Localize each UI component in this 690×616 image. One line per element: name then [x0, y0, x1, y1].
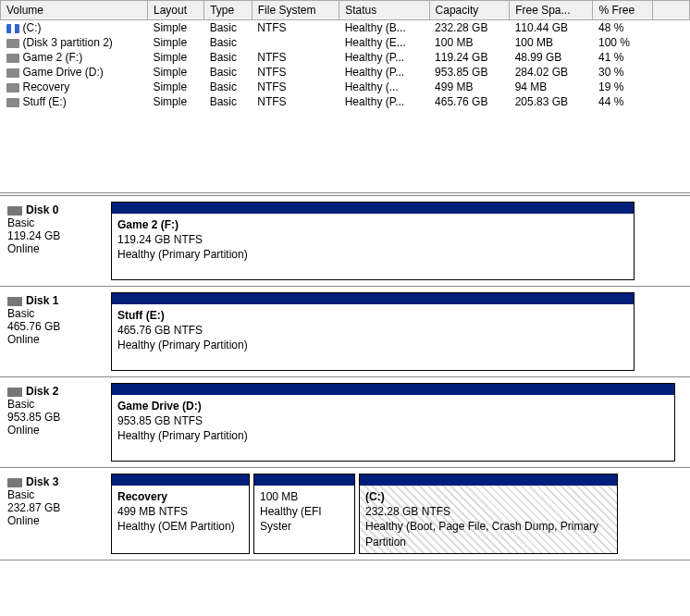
- disk-state: Online: [7, 333, 102, 346]
- volume-name: (C:): [23, 21, 42, 34]
- col-layout[interactable]: Layout: [147, 1, 203, 20]
- volume-layout: Simple: [147, 65, 203, 80]
- partition-size: 953.85 GB NTFS: [117, 414, 203, 427]
- volume-row[interactable]: Game Drive (D:)SimpleBasicNTFSHealthy (P…: [1, 65, 690, 80]
- partition-size: 232.28 GB NTFS: [365, 505, 450, 518]
- disk-name: Disk 2: [26, 385, 58, 398]
- volume-row[interactable]: Stuff (E:)SimpleBasicNTFSHealthy (P...46…: [1, 94, 690, 109]
- volume-status: Healthy (E...: [339, 35, 429, 50]
- disk-label[interactable]: Disk 2Basic953.85 GBOnline: [4, 383, 105, 462]
- volume-capacity: 953.85 GB: [429, 65, 510, 80]
- volume-free: 284.02 GB: [510, 65, 593, 80]
- volume-free: 100 MB: [510, 35, 593, 50]
- partition[interactable]: Game Drive (D:)953.85 GB NTFSHealthy (Pr…: [111, 383, 675, 462]
- volume-status: Healthy (P...: [339, 65, 429, 80]
- volume-table: Volume Layout Type File System Status Ca…: [0, 0, 690, 109]
- volume-row[interactable]: (C:)SimpleBasicNTFSHealthy (B...232.28 G…: [1, 20, 690, 36]
- volume-pct: 41 %: [593, 50, 653, 65]
- partition-status: Healthy (Primary Partition): [117, 429, 248, 442]
- volume-status: Healthy (P...: [339, 94, 429, 109]
- volume-type: Basic: [204, 50, 253, 65]
- partition-size: 100 MB: [260, 490, 298, 503]
- partition-size: 499 MB NTFS: [117, 505, 188, 518]
- volume-status: Healthy (P...: [339, 50, 429, 65]
- disk-type: Basic: [7, 488, 102, 501]
- col-capacity[interactable]: Capacity: [429, 1, 510, 20]
- volume-status: Healthy (B...: [339, 20, 429, 36]
- volume-icon: [6, 54, 19, 63]
- col-free-space[interactable]: Free Spa...: [510, 1, 593, 20]
- disk-label[interactable]: Disk 3Basic232.87 GBOnline: [4, 474, 105, 554]
- volume-icon: [6, 98, 19, 107]
- volume-capacity: 465.76 GB: [429, 94, 510, 109]
- disk-label[interactable]: Disk 1Basic465.76 GBOnline: [4, 292, 105, 371]
- volume-icon: [6, 39, 19, 48]
- disk-partitions: Game Drive (D:)953.85 GB NTFSHealthy (Pr…: [111, 383, 686, 462]
- disk-name: Disk 1: [26, 294, 58, 307]
- disk-name: Disk 3: [26, 475, 58, 488]
- volume-name: Recovery: [23, 80, 70, 93]
- partition[interactable]: Stuff (E:)465.76 GB NTFSHealthy (Primary…: [111, 292, 635, 371]
- disk-partitions: Stuff (E:)465.76 GB NTFSHealthy (Primary…: [111, 292, 686, 371]
- disk-type: Basic: [7, 216, 102, 229]
- partition-bar: [360, 474, 617, 486]
- volume-fs: NTFS: [252, 65, 339, 80]
- volume-pct: 48 %: [593, 20, 653, 36]
- volume-row[interactable]: (Disk 3 partition 2)SimpleBasicHealthy (…: [1, 35, 690, 50]
- partition[interactable]: 100 MBHealthy (EFI Syster: [253, 474, 355, 554]
- volume-name: Stuff (E:): [23, 95, 67, 108]
- partition-size: 465.76 GB NTFS: [117, 324, 203, 337]
- volume-free: 48.99 GB: [510, 50, 593, 65]
- partition-bar: [254, 474, 354, 486]
- partition-bar: [112, 384, 674, 395]
- volume-type: Basic: [204, 80, 253, 94]
- volume-header-row: Volume Layout Type File System Status Ca…: [1, 1, 690, 20]
- disk-state: Online: [7, 242, 102, 255]
- col-volume[interactable]: Volume: [1, 1, 148, 20]
- volume-pct: 44 %: [593, 94, 653, 109]
- volume-capacity: 100 MB: [429, 35, 510, 50]
- volume-row[interactable]: RecoverySimpleBasicNTFSHealthy (...499 M…: [1, 80, 690, 94]
- disk-size: 232.87 GB: [7, 501, 102, 514]
- volume-type: Basic: [204, 35, 253, 50]
- volume-layout: Simple: [147, 20, 203, 36]
- disk-icon: [7, 206, 22, 216]
- partition[interactable]: Recovery499 MB NTFSHealthy (OEM Partitio…: [111, 474, 250, 554]
- volume-layout: Simple: [147, 94, 203, 109]
- disk-label[interactable]: Disk 0Basic119.24 GBOnline: [4, 202, 105, 280]
- col-status[interactable]: Status: [339, 1, 429, 20]
- partition[interactable]: Game 2 (F:)119.24 GB NTFSHealthy (Primar…: [111, 202, 635, 280]
- volume-fs: NTFS: [252, 50, 339, 65]
- volume-layout: Simple: [147, 35, 203, 50]
- col-filesystem[interactable]: File System: [252, 1, 339, 20]
- volume-free: 110.44 GB: [510, 20, 593, 36]
- volume-fs: NTFS: [252, 20, 339, 36]
- disk-icon: [7, 478, 22, 487]
- partition-title: Game Drive (D:): [117, 400, 202, 413]
- volume-name: Game Drive (D:): [23, 66, 104, 79]
- volume-capacity: 119.24 GB: [429, 50, 510, 65]
- partition-title: Recovery: [117, 490, 167, 503]
- disk-state: Online: [7, 424, 102, 437]
- disk-size: 119.24 GB: [7, 229, 102, 242]
- col-spacer: [653, 1, 690, 20]
- partition-title: Game 2 (F:): [117, 218, 179, 231]
- volume-row[interactable]: Game 2 (F:)SimpleBasicNTFSHealthy (P...1…: [1, 50, 690, 65]
- volume-pct: 100 %: [593, 35, 653, 50]
- partition[interactable]: (C:)232.28 GB NTFSHealthy (Boot, Page Fi…: [359, 474, 618, 554]
- partition-size: 119.24 GB NTFS: [117, 233, 203, 246]
- partition-bar: [112, 474, 249, 486]
- volume-free: 94 MB: [510, 80, 593, 94]
- disk-row: Disk 1Basic465.76 GBOnlineStuff (E:)465.…: [0, 287, 690, 377]
- volume-capacity: 232.28 GB: [429, 20, 510, 36]
- disk-icon: [7, 297, 22, 306]
- partition-title: (C:): [365, 490, 385, 503]
- volume-type: Basic: [204, 94, 253, 109]
- col-pct-free[interactable]: % Free: [593, 1, 653, 20]
- col-type[interactable]: Type: [204, 1, 253, 20]
- disk-type: Basic: [7, 307, 102, 320]
- volume-fs: NTFS: [252, 94, 339, 109]
- disk-icon: [7, 388, 22, 397]
- volume-name: Game 2 (F:): [23, 51, 83, 64]
- disk-size: 465.76 GB: [7, 320, 102, 333]
